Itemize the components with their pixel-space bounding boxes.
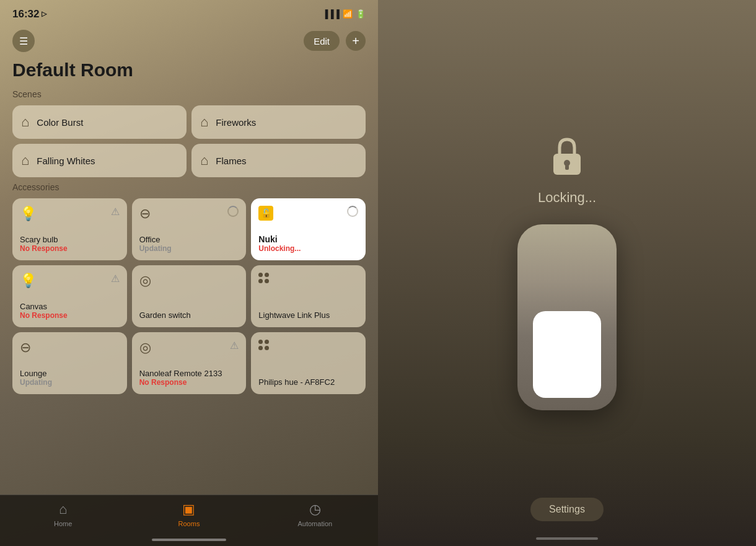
dots-icon	[258, 340, 272, 350]
bulb-icon: 💡	[20, 273, 37, 289]
bulb-icon: 💡	[20, 206, 37, 222]
accessory-top: ⊖	[139, 206, 239, 222]
accessory-top: ⊖	[20, 340, 120, 356]
wifi-icon: 📶	[343, 9, 353, 19]
tab-automation[interactable]: ◷ Automation	[290, 501, 340, 527]
nuki-status: Unlocking...	[258, 244, 358, 253]
time-display: 16:32	[12, 8, 39, 20]
lock-icon	[548, 136, 586, 180]
accessory-grid: 💡 ⚠ Scary bulb No Response ⊖ Office Upda…	[12, 198, 366, 394]
spinner-icon	[227, 206, 239, 217]
lock-device-container	[517, 224, 617, 410]
status-time: 16:32 ▷	[12, 8, 46, 20]
accessory-name: Office	[139, 235, 239, 244]
accessory-nuki[interactable]: 🔓 Nuki Unlocking...	[251, 198, 366, 260]
accessory-name: Nanoleaf Remote 2133	[139, 369, 239, 378]
accessory-top: ◎	[139, 273, 239, 289]
accessory-status: Updating	[20, 378, 120, 387]
accessory-lightwave[interactable]: Lightwave Link Plus	[251, 265, 366, 327]
accessory-office[interactable]: ⊖ Office Updating	[132, 198, 247, 260]
scene-name-fireworks: Fireworks	[216, 117, 256, 128]
locking-text: Locking...	[538, 190, 596, 206]
scene-name-flames: Flames	[216, 156, 246, 166]
lock-icon-container	[548, 136, 586, 182]
phone-panel: 16:32 ▷ ▐▐▐ 📶 🔋 ☰ Edit + Default Room Sc…	[0, 0, 378, 546]
list-icon: ☰	[19, 35, 28, 47]
accessory-name: Lounge	[20, 369, 120, 378]
lock-panel: Locking... Settings	[378, 0, 756, 546]
status-bar: 16:32 ▷ ▐▐▐ 📶 🔋	[0, 0, 378, 25]
lock-device-inner	[533, 311, 601, 398]
tab-home[interactable]: ⌂ Home	[38, 501, 88, 527]
scene-card-falling-whites[interactable]: ⌂ Falling Whites	[12, 144, 187, 177]
scene-card-fireworks[interactable]: ⌂ Fireworks	[191, 105, 366, 139]
nuki-name: Nuki	[258, 234, 358, 244]
accessories-section-label: Accessories	[12, 182, 366, 192]
accessory-status: No Response	[139, 378, 239, 387]
minus-icon: ⊖	[139, 206, 151, 222]
accessory-status: No Response	[20, 311, 120, 320]
status-icons: ▐▐▐ 📶 🔋	[322, 9, 366, 19]
accessory-name: Scary bulb	[20, 235, 120, 244]
accessory-top: ◎ ⚠	[139, 340, 239, 356]
edit-button[interactable]: Edit	[304, 31, 340, 51]
page-title: Default Room	[0, 57, 378, 87]
battery-icon: 🔋	[356, 9, 366, 19]
circle-icon: ◎	[139, 340, 151, 356]
svg-rect-2	[565, 165, 569, 170]
lock-top-section: Locking...	[538, 136, 596, 206]
accessory-top: 🔓	[258, 206, 358, 221]
spinner-icon	[347, 206, 358, 217]
home-indicator	[152, 539, 226, 541]
accessory-lounge[interactable]: ⊖ Lounge Updating	[12, 332, 127, 394]
accessory-top	[258, 273, 358, 283]
accessory-name: Garden switch	[139, 310, 239, 320]
app-header: ☰ Edit +	[0, 25, 378, 57]
scene-icon-home: ⌂	[200, 152, 208, 169]
content-area: Scenes ⌂ Color Burst ⌂ Fireworks ⌂ Falli…	[0, 87, 378, 495]
warning-icon: ⚠	[111, 206, 120, 218]
scene-icon-home: ⌂	[21, 152, 29, 169]
header-actions: Edit +	[304, 31, 366, 51]
accessory-top	[258, 340, 358, 350]
right-home-indicator	[536, 537, 598, 540]
automation-tab-icon: ◷	[309, 501, 321, 517]
lock-device-outer	[517, 224, 617, 410]
add-button[interactable]: +	[346, 31, 366, 51]
settings-button[interactable]: Settings	[530, 498, 604, 521]
dots-icon	[258, 273, 272, 283]
warning-icon: ⚠	[111, 273, 120, 284]
nuki-unlock-icon: 🔓	[258, 206, 273, 221]
circle-icon: ◎	[139, 273, 151, 289]
accessory-status: Updating	[139, 244, 239, 253]
scene-name-color-burst: Color Burst	[37, 117, 83, 128]
home-tab-label: Home	[54, 520, 72, 527]
accessory-name: Philips hue - AF8FC2	[258, 377, 358, 387]
accessory-scary-bulb[interactable]: 💡 ⚠ Scary bulb No Response	[12, 198, 127, 260]
scene-grid: ⌂ Color Burst ⌂ Fireworks ⌂ Falling Whit…	[12, 105, 366, 177]
location-icon: ▷	[42, 10, 46, 18]
accessory-nanoleaf[interactable]: ◎ ⚠ Nanoleaf Remote 2133 No Response	[132, 332, 247, 394]
accessory-top: 💡 ⚠	[20, 273, 120, 289]
scene-name-falling-whites: Falling Whites	[37, 156, 95, 166]
tab-rooms[interactable]: ▣ Rooms	[164, 501, 214, 527]
scene-icon-home: ⌂	[200, 114, 208, 130]
home-tab-icon: ⌂	[59, 501, 67, 517]
accessory-name: Canvas	[20, 302, 120, 311]
minus-icon: ⊖	[20, 340, 31, 356]
scene-card-color-burst[interactable]: ⌂ Color Burst	[12, 105, 187, 139]
list-icon-button[interactable]: ☰	[12, 30, 35, 52]
scene-card-flames[interactable]: ⌂ Flames	[191, 144, 366, 177]
warning-icon: ⚠	[230, 340, 239, 351]
accessory-garden-switch[interactable]: ◎ Garden switch	[132, 265, 247, 327]
tab-bar: ⌂ Home ▣ Rooms ◷ Automation	[0, 495, 378, 546]
rooms-tab-label: Rooms	[178, 520, 200, 527]
accessory-philips[interactable]: Philips hue - AF8FC2	[251, 332, 366, 394]
scenes-section-label: Scenes	[12, 89, 366, 99]
accessory-status: No Response	[20, 244, 120, 253]
accessory-top: 💡 ⚠	[20, 206, 120, 222]
accessory-canvas[interactable]: 💡 ⚠ Canvas No Response	[12, 265, 127, 327]
automation-tab-label: Automation	[297, 520, 332, 527]
rooms-tab-icon: ▣	[182, 501, 195, 517]
scene-icon-home: ⌂	[21, 114, 29, 130]
